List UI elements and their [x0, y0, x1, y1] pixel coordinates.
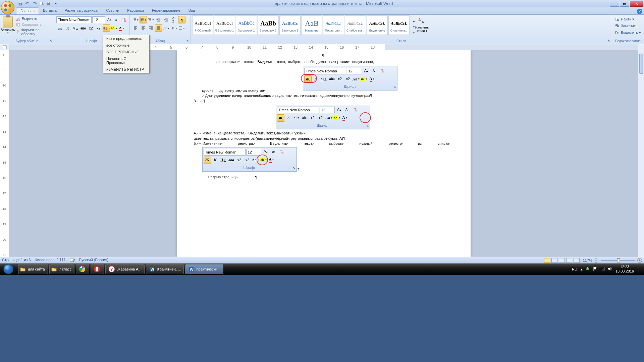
- font-color-button[interactable]: A▼: [118, 24, 125, 32]
- language-status[interactable]: Русский (Россия): [79, 258, 108, 263]
- tab-references[interactable]: Ссылки: [102, 7, 123, 14]
- save-icon[interactable]: [17, 1, 23, 7]
- horizontal-ruler[interactable]: 123456789101112131415161718: [0, 44, 644, 50]
- help-button[interactable]: ?: [637, 9, 642, 14]
- show-desktop-button[interactable]: [639, 264, 642, 274]
- format-painter-button[interactable]: Формат по образцу: [15, 27, 51, 36]
- align-left-button[interactable]: [132, 24, 139, 32]
- shading-button[interactable]: ▼: [170, 24, 178, 32]
- case-menu-item[interactable]: ВСЕ ПРОПИСНЫЕ: [103, 49, 149, 55]
- bold-button[interactable]: Ж: [56, 24, 64, 32]
- outline-view[interactable]: [566, 258, 572, 263]
- full-screen-view[interactable]: [551, 258, 557, 263]
- numbering-button[interactable]: 123▼: [140, 16, 147, 23]
- clear-formatting-button[interactable]: [121, 16, 127, 23]
- styles-gallery[interactable]: AaBbCcI¶ ОбычныйAaBbCcI¶ Без интер...AaB…: [192, 15, 410, 39]
- tab-home[interactable]: Главная: [16, 7, 39, 14]
- taskbar-word-2[interactable]: Wпрактически...: [185, 264, 223, 274]
- zoom-level[interactable]: 117%: [583, 258, 592, 262]
- tab-mailings[interactable]: Рассылки: [123, 7, 148, 14]
- tray-volume-icon[interactable]: [607, 266, 612, 272]
- minimize-button[interactable]: ─: [610, 1, 619, 7]
- style-item[interactable]: AaBbCcЗаголовок 3: [279, 15, 301, 35]
- style-item[interactable]: AaBbCcLСильное в...: [388, 15, 410, 35]
- style-item[interactable]: AaBbCcI¶ Без интер...: [214, 15, 235, 35]
- vertical-ruler[interactable]: 89101112131415161718192021: [0, 50, 9, 257]
- close-button[interactable]: ✕: [630, 1, 643, 7]
- tray-show-hidden-icon[interactable]: ▴: [581, 267, 583, 272]
- zoom-slider[interactable]: [601, 260, 635, 261]
- tray-language[interactable]: RU: [572, 267, 577, 271]
- taskbar-chrome[interactable]: [76, 264, 89, 274]
- replace-button[interactable]: abЗаменить: [614, 23, 642, 29]
- case-menu-item[interactable]: Начинать С Прописных: [103, 55, 149, 66]
- style-item[interactable]: AaBНазвание: [301, 15, 322, 35]
- draft-view[interactable]: [574, 258, 580, 263]
- show-marks-button[interactable]: ¶: [178, 16, 185, 23]
- strikethrough-button[interactable]: abc: [79, 24, 87, 32]
- change-case-button[interactable]: Aa▼: [103, 24, 110, 32]
- line-spacing-button[interactable]: ▼: [163, 24, 170, 32]
- cut-button[interactable]: Вырезать: [15, 16, 51, 21]
- font-name-input[interactable]: [56, 16, 92, 23]
- tab-insert[interactable]: Вставка: [39, 7, 61, 14]
- paragraph-launcher[interactable]: ⬊: [185, 39, 190, 43]
- change-styles-button[interactable]: AA Изменить стили ▾: [415, 15, 429, 39]
- print-layout-view[interactable]: [544, 258, 550, 263]
- maximize-button[interactable]: ▭: [620, 1, 629, 7]
- superscript-button[interactable]: x2: [95, 24, 102, 32]
- multilevel-list-button[interactable]: ▼: [147, 16, 155, 23]
- vertical-scrollbar[interactable]: [638, 50, 644, 257]
- style-item[interactable]: AaBbCcLПодзаголо...: [323, 15, 344, 35]
- style-item[interactable]: AaBbCcLСлабое вы...: [345, 15, 366, 35]
- tray-date[interactable]: 13.03.2016: [615, 269, 634, 274]
- qat-dropdown[interactable]: ▼: [53, 1, 59, 7]
- shrink-font-button[interactable]: A▾: [113, 16, 120, 23]
- style-item[interactable]: AaBbCcЗаголовок 1: [236, 15, 257, 35]
- quick-print-icon[interactable]: [46, 1, 52, 7]
- scroll-thumb[interactable]: [639, 54, 643, 74]
- tab-view[interactable]: Вид: [184, 7, 199, 14]
- taskbar-yandex[interactable]: YЖаравина А...: [105, 264, 144, 274]
- web-layout-view[interactable]: [559, 258, 565, 263]
- copy-button[interactable]: Копировать: [15, 22, 51, 27]
- borders-button[interactable]: ▼: [178, 24, 185, 32]
- style-item[interactable]: AaBbCcLВыделение: [367, 15, 388, 35]
- justify-button[interactable]: [155, 24, 162, 32]
- start-button[interactable]: [0, 263, 17, 275]
- decrease-indent-button[interactable]: [155, 16, 162, 23]
- increase-indent-button[interactable]: [163, 16, 170, 23]
- case-menu-item[interactable]: все строчные: [103, 42, 149, 49]
- style-item[interactable]: AaBbCcI¶ Обычный: [192, 15, 213, 35]
- tab-layout[interactable]: Разметка страницы: [61, 7, 102, 14]
- styles-launcher[interactable]: ⬊: [607, 39, 611, 43]
- font-size-input[interactable]: [92, 16, 105, 23]
- taskbar-opera[interactable]: [91, 264, 104, 274]
- style-item[interactable]: AaBbЗаголовок 2: [258, 15, 279, 35]
- tray-flag-icon[interactable]: [593, 266, 597, 272]
- word-count[interactable]: Число слов: 2 111: [35, 258, 66, 263]
- align-right-button[interactable]: [147, 24, 155, 32]
- zoom-in[interactable]: +: [637, 258, 642, 263]
- undo-icon[interactable]: [24, 1, 31, 7]
- italic-button[interactable]: К: [64, 24, 71, 32]
- bullets-button[interactable]: ▼: [132, 16, 139, 23]
- print-preview-icon[interactable]: [39, 1, 45, 7]
- align-center-button[interactable]: [140, 24, 147, 32]
- tray-time[interactable]: 12:23: [615, 265, 634, 269]
- case-menu-item[interactable]: иЗМЕНИТЬ РЕГИСТР: [103, 66, 149, 73]
- page-status[interactable]: Страница: 1 из 6: [2, 258, 31, 263]
- paste-button[interactable]: Вставить ▼: [1, 15, 14, 39]
- taskbar-folder-2[interactable]: 7 класс: [49, 264, 75, 274]
- grow-font-button[interactable]: A▴: [106, 16, 112, 23]
- highlight-button[interactable]: ab▼: [110, 24, 118, 32]
- underline-button[interactable]: Ч▼: [72, 24, 79, 32]
- redo-icon[interactable]: [32, 1, 38, 7]
- tab-review[interactable]: Рецензирование: [148, 7, 184, 14]
- select-button[interactable]: Выделить ▾: [614, 29, 642, 36]
- taskbar-folder-1[interactable]: для сайта: [18, 264, 48, 274]
- office-button[interactable]: [1, 1, 14, 14]
- subscript-button[interactable]: x2: [87, 24, 95, 32]
- taskbar-word-1[interactable]: W9 занятие-1 ...: [146, 264, 184, 274]
- find-button[interactable]: Найти ▾: [614, 16, 642, 22]
